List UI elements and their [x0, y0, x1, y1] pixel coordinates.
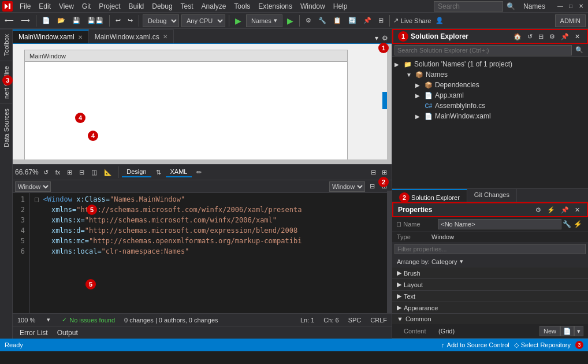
tab-mainwindow-xaml[interactable]: MainWindow.xaml ✕: [13, 29, 89, 43]
collapse-btn[interactable]: ⊟: [369, 168, 378, 177]
sol-close-btn[interactable]: ✕: [572, 32, 582, 42]
tree-item-mainxaml[interactable]: ▶ 📄 MainWindow.xaml: [392, 111, 588, 121]
menu-help[interactable]: Help: [330, 1, 351, 12]
debug-config-dropdown[interactable]: Debug: [143, 14, 179, 27]
panel-tab-git-changes[interactable]: Git Changes: [467, 189, 517, 202]
sol-home-btn[interactable]: 🏠: [511, 32, 524, 42]
sol-pin-btn[interactable]: 📌: [559, 32, 571, 42]
props-pin-btn[interactable]: 📌: [559, 205, 571, 215]
add-source-control-btn[interactable]: ↑ Add to Source Control: [441, 341, 509, 348]
brush-header[interactable]: ▶ Brush: [392, 268, 588, 278]
run-secondary-button[interactable]: ▶: [285, 15, 296, 27]
menu-edit[interactable]: Edit: [35, 1, 54, 12]
rulers-btn[interactable]: 📐: [102, 168, 114, 177]
menu-tools[interactable]: Tools: [230, 1, 254, 12]
tab-xaml-close-icon[interactable]: ✕: [78, 34, 83, 40]
save-all-button[interactable]: 💾💾: [85, 16, 106, 25]
props-search-input[interactable]: [395, 244, 586, 254]
undo-button[interactable]: ↩: [113, 16, 123, 25]
sol-filter-btn[interactable]: ⊟: [536, 32, 546, 42]
design-view-btn[interactable]: Design: [122, 167, 151, 177]
content-new-button[interactable]: New: [539, 326, 560, 336]
menu-view[interactable]: View: [55, 1, 77, 12]
props-scrollbar[interactable]: [387, 191, 392, 306]
toolbar-misc-btn5[interactable]: 📌: [361, 16, 374, 25]
tree-item-deps[interactable]: ▶ 📦 Dependencies: [392, 80, 588, 90]
props-name-event-btn[interactable]: ⚡: [572, 219, 583, 229]
menu-file[interactable]: File: [16, 1, 34, 12]
props-checkbox[interactable]: □: [397, 220, 401, 228]
grid-view-btn[interactable]: ⊞: [65, 168, 75, 177]
output-tab[interactable]: Output: [55, 328, 80, 338]
snap-btn[interactable]: ⊟: [77, 168, 87, 177]
name-input[interactable]: [438, 219, 561, 229]
close-button[interactable]: ✕: [576, 2, 586, 11]
tab-mainwindow-cs[interactable]: MainWindow.xaml.cs ✕: [89, 29, 174, 43]
code-window-dropdown[interactable]: Window: [15, 181, 51, 192]
redo-button[interactable]: ↪: [125, 16, 135, 25]
menu-search-input[interactable]: [434, 1, 503, 12]
forward-button[interactable]: ⟶: [18, 16, 32, 25]
share-extra-btn[interactable]: 👤: [433, 16, 446, 25]
tree-item-assemblyinfo[interactable]: C# AssemblyInfo.cs: [392, 101, 588, 111]
new-project-button[interactable]: 📄: [40, 16, 53, 25]
sol-refresh-btn[interactable]: ↺: [525, 32, 535, 42]
toolbar-misc-btn4[interactable]: 🔄: [346, 16, 359, 25]
sol-settings-btn[interactable]: ⚙: [547, 32, 557, 42]
edit-xaml-btn[interactable]: ✏: [194, 168, 204, 177]
canvas-scrollbar-v[interactable]: [387, 44, 392, 164]
menu-window[interactable]: Window: [297, 1, 329, 12]
menu-build[interactable]: Build: [125, 1, 148, 12]
content-more-button[interactable]: ▾: [574, 326, 583, 336]
menu-git[interactable]: Git: [79, 1, 94, 12]
text-header[interactable]: ▶ Text: [392, 291, 588, 302]
solution-search-input[interactable]: [395, 45, 572, 55]
code-window2-dropdown[interactable]: Window: [329, 181, 365, 192]
tree-item-solution[interactable]: ▶ 📁 Solution 'Names' (1 of 1 project): [392, 59, 588, 69]
zoom-refresh-btn[interactable]: ↺: [41, 168, 51, 177]
expand-btn[interactable]: ⊞: [379, 168, 389, 177]
appearance-header[interactable]: ▶ Appearance: [392, 302, 588, 313]
maximize-button[interactable]: □: [566, 2, 575, 11]
sidebar-tab-toolbox[interactable]: Toolbox: [0, 29, 12, 61]
code-text-area[interactable]: □ <Window x:Class="Names.MainWindow" xml…: [30, 193, 387, 313]
props-sort-btn[interactable]: ⚙: [533, 205, 544, 215]
tree-item-project[interactable]: ▼ 📦 Names: [392, 69, 588, 80]
menu-extensions[interactable]: Extensions: [255, 1, 296, 12]
toolbar-misc-btn6[interactable]: ⊞: [376, 16, 386, 25]
code-collapse-btn[interactable]: ⊟: [367, 181, 377, 191]
content-file-button[interactable]: 📄: [560, 326, 574, 336]
toolbar-misc-btn2[interactable]: 🔧: [316, 16, 329, 25]
platform-dropdown[interactable]: Any CPU: [181, 14, 225, 27]
notifications-badge[interactable]: 3: [575, 341, 583, 349]
run-button[interactable]: ▶: [233, 15, 244, 27]
fx-btn[interactable]: fx: [53, 168, 63, 177]
minimize-button[interactable]: —: [556, 2, 565, 11]
menu-project[interactable]: Project: [95, 1, 124, 12]
menu-debug[interactable]: Debug: [148, 1, 176, 12]
props-event-btn[interactable]: ⚡: [545, 205, 557, 215]
app-name-button[interactable]: Names ▾: [246, 14, 282, 27]
sol-search-btn[interactable]: 🔍: [573, 45, 586, 55]
open-button[interactable]: 📂: [55, 16, 68, 25]
layout-header[interactable]: ▶ Layout: [392, 279, 588, 290]
swap-view-btn[interactable]: ⇅: [154, 168, 163, 177]
menu-analyze[interactable]: Analyze: [198, 1, 230, 12]
common-header[interactable]: ▼ Common: [392, 314, 588, 324]
canvas-scrollbar-h[interactable]: [13, 159, 387, 164]
props-name-tool-btn[interactable]: 🔧: [561, 219, 572, 229]
tab-settings-btn[interactable]: ⚙: [381, 33, 389, 43]
panel-tab-solution-explorer[interactable]: 2 Solution Explorer: [392, 189, 467, 202]
admin-button[interactable]: ADMIN: [555, 14, 586, 27]
tree-item-appxaml[interactable]: ▶ 📄 App.xaml: [392, 90, 588, 101]
toolbar-misc-btn[interactable]: ⚙: [303, 16, 314, 25]
error-list-tab[interactable]: Error List: [17, 328, 50, 338]
toolbar-misc-btn3[interactable]: 📋: [331, 16, 344, 25]
menu-test[interactable]: Test: [177, 1, 197, 12]
code-zoom-dropdown[interactable]: ▾: [44, 315, 53, 325]
xaml-view-btn[interactable]: XAML: [166, 167, 192, 177]
select-repository-btn[interactable]: ◇ Select Repository: [514, 341, 571, 349]
tab-dropdown-btn[interactable]: ▾: [374, 33, 379, 43]
back-button[interactable]: ⟵: [2, 16, 16, 25]
props-close-btn[interactable]: ✕: [572, 205, 582, 215]
